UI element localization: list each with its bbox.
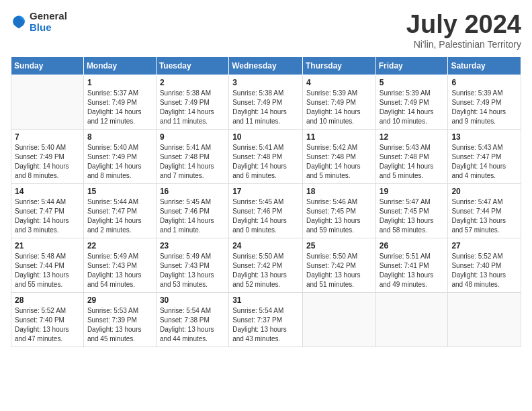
logo-general: General <box>30 11 67 22</box>
day-number: 28 <box>15 295 80 305</box>
calendar-header-friday: Friday <box>375 56 448 75</box>
day-number: 18 <box>306 187 372 196</box>
day-info: Sunrise: 5:45 AM Sunset: 7:46 PM Dayligh… <box>160 197 225 235</box>
day-info: Sunrise: 5:48 AM Sunset: 7:44 PM Dayligh… <box>15 252 80 289</box>
calendar-cell: 19Sunrise: 5:47 AM Sunset: 7:45 PM Dayli… <box>375 183 448 238</box>
calendar-cell: 25Sunrise: 5:50 AM Sunset: 7:42 PM Dayli… <box>302 238 375 292</box>
day-info: Sunrise: 5:50 AM Sunset: 7:42 PM Dayligh… <box>306 252 372 289</box>
calendar-cell: 3Sunrise: 5:38 AM Sunset: 7:49 PM Daylig… <box>229 75 303 129</box>
calendar-cell: 12Sunrise: 5:43 AM Sunset: 7:48 PM Dayli… <box>375 129 448 183</box>
day-number: 10 <box>232 132 299 142</box>
day-number: 1 <box>87 78 152 87</box>
logo: General Blue <box>11 11 67 33</box>
calendar-cell <box>448 292 521 347</box>
calendar-header-saturday: Saturday <box>448 56 521 75</box>
calendar-header-row: SundayMondayTuesdayWednesdayThursdayFrid… <box>11 56 521 75</box>
calendar-cell: 7Sunrise: 5:40 AM Sunset: 7:49 PM Daylig… <box>11 129 84 183</box>
day-info: Sunrise: 5:45 AM Sunset: 7:46 PM Dayligh… <box>232 197 299 235</box>
calendar-header-wednesday: Wednesday <box>229 56 303 75</box>
day-info: Sunrise: 5:43 AM Sunset: 7:48 PM Dayligh… <box>380 143 445 181</box>
day-number: 30 <box>160 295 225 305</box>
calendar-cell: 21Sunrise: 5:48 AM Sunset: 7:44 PM Dayli… <box>11 238 84 292</box>
day-info: Sunrise: 5:41 AM Sunset: 7:48 PM Dayligh… <box>232 143 299 181</box>
calendar-header-sunday: Sunday <box>11 56 84 75</box>
calendar-cell: 16Sunrise: 5:45 AM Sunset: 7:46 PM Dayli… <box>156 183 228 238</box>
calendar-week-row: 1Sunrise: 5:37 AM Sunset: 7:49 PM Daylig… <box>11 75 521 129</box>
day-info: Sunrise: 5:38 AM Sunset: 7:49 PM Dayligh… <box>232 89 299 126</box>
calendar-cell: 6Sunrise: 5:39 AM Sunset: 7:49 PM Daylig… <box>448 75 521 129</box>
day-number: 29 <box>87 295 152 305</box>
day-number: 11 <box>306 132 372 142</box>
day-info: Sunrise: 5:47 AM Sunset: 7:45 PM Dayligh… <box>380 197 445 235</box>
calendar-cell: 18Sunrise: 5:46 AM Sunset: 7:45 PM Dayli… <box>302 183 375 238</box>
calendar-week-row: 14Sunrise: 5:44 AM Sunset: 7:47 PM Dayli… <box>11 183 521 238</box>
day-info: Sunrise: 5:46 AM Sunset: 7:45 PM Dayligh… <box>306 197 372 235</box>
day-number: 16 <box>160 187 225 196</box>
main-title: July 2024 <box>406 11 521 39</box>
calendar-cell: 5Sunrise: 5:39 AM Sunset: 7:49 PM Daylig… <box>375 75 448 129</box>
day-number: 8 <box>87 132 152 142</box>
day-info: Sunrise: 5:53 AM Sunset: 7:39 PM Dayligh… <box>87 306 152 344</box>
calendar-cell: 28Sunrise: 5:52 AM Sunset: 7:40 PM Dayli… <box>11 292 84 347</box>
calendar-cell: 29Sunrise: 5:53 AM Sunset: 7:39 PM Dayli… <box>83 292 156 347</box>
day-info: Sunrise: 5:39 AM Sunset: 7:49 PM Dayligh… <box>451 89 517 126</box>
day-number: 7 <box>15 132 80 142</box>
calendar-week-row: 21Sunrise: 5:48 AM Sunset: 7:44 PM Dayli… <box>11 238 521 292</box>
calendar-cell: 24Sunrise: 5:50 AM Sunset: 7:42 PM Dayli… <box>229 238 303 292</box>
day-number: 24 <box>232 241 299 250</box>
day-number: 3 <box>232 78 299 87</box>
calendar-cell: 22Sunrise: 5:49 AM Sunset: 7:43 PM Dayli… <box>83 238 156 292</box>
day-number: 23 <box>160 241 225 250</box>
calendar-cell: 17Sunrise: 5:45 AM Sunset: 7:46 PM Dayli… <box>229 183 303 238</box>
calendar-week-row: 7Sunrise: 5:40 AM Sunset: 7:49 PM Daylig… <box>11 129 521 183</box>
day-number: 17 <box>232 187 299 196</box>
day-info: Sunrise: 5:43 AM Sunset: 7:47 PM Dayligh… <box>451 143 517 181</box>
calendar-cell: 23Sunrise: 5:49 AM Sunset: 7:43 PM Dayli… <box>156 238 228 292</box>
subtitle: Ni'lin, Palestinian Territory <box>406 39 521 50</box>
calendar-week-row: 28Sunrise: 5:52 AM Sunset: 7:40 PM Dayli… <box>11 292 521 347</box>
calendar-cell <box>302 292 375 347</box>
calendar-cell: 14Sunrise: 5:44 AM Sunset: 7:47 PM Dayli… <box>11 183 84 238</box>
calendar-cell: 2Sunrise: 5:38 AM Sunset: 7:49 PM Daylig… <box>156 75 228 129</box>
calendar-header-tuesday: Tuesday <box>156 56 228 75</box>
day-number: 20 <box>451 187 517 196</box>
day-info: Sunrise: 5:50 AM Sunset: 7:42 PM Dayligh… <box>232 252 299 289</box>
day-info: Sunrise: 5:51 AM Sunset: 7:41 PM Dayligh… <box>380 252 445 289</box>
calendar-cell: 20Sunrise: 5:47 AM Sunset: 7:44 PM Dayli… <box>448 183 521 238</box>
day-number: 4 <box>306 78 372 87</box>
day-number: 15 <box>87 187 152 196</box>
day-number: 27 <box>451 241 517 250</box>
day-info: Sunrise: 5:44 AM Sunset: 7:47 PM Dayligh… <box>15 197 80 235</box>
day-info: Sunrise: 5:42 AM Sunset: 7:48 PM Dayligh… <box>306 143 372 181</box>
calendar-cell: 1Sunrise: 5:37 AM Sunset: 7:49 PM Daylig… <box>83 75 156 129</box>
day-info: Sunrise: 5:52 AM Sunset: 7:40 PM Dayligh… <box>451 252 517 289</box>
day-number: 12 <box>380 132 445 142</box>
day-info: Sunrise: 5:54 AM Sunset: 7:37 PM Dayligh… <box>232 306 299 344</box>
day-info: Sunrise: 5:41 AM Sunset: 7:48 PM Dayligh… <box>160 143 225 181</box>
day-info: Sunrise: 5:38 AM Sunset: 7:49 PM Dayligh… <box>160 89 225 126</box>
day-info: Sunrise: 5:47 AM Sunset: 7:44 PM Dayligh… <box>451 197 517 235</box>
calendar-cell: 8Sunrise: 5:40 AM Sunset: 7:49 PM Daylig… <box>83 129 156 183</box>
day-info: Sunrise: 5:52 AM Sunset: 7:40 PM Dayligh… <box>15 306 80 344</box>
logo-blue: Blue <box>30 22 67 34</box>
calendar-cell: 4Sunrise: 5:39 AM Sunset: 7:49 PM Daylig… <box>302 75 375 129</box>
calendar-cell <box>375 292 448 347</box>
day-number: 22 <box>87 241 152 250</box>
calendar-cell <box>11 75 84 129</box>
day-number: 26 <box>380 241 445 250</box>
day-info: Sunrise: 5:49 AM Sunset: 7:43 PM Dayligh… <box>160 252 225 289</box>
day-number: 19 <box>380 187 445 196</box>
day-number: 13 <box>451 132 517 142</box>
calendar-header-thursday: Thursday <box>302 56 375 75</box>
calendar-header-monday: Monday <box>83 56 156 75</box>
logo-text: General Blue <box>30 11 67 33</box>
calendar-cell: 10Sunrise: 5:41 AM Sunset: 7:48 PM Dayli… <box>229 129 303 183</box>
day-info: Sunrise: 5:39 AM Sunset: 7:49 PM Dayligh… <box>380 89 445 126</box>
day-number: 14 <box>15 187 80 196</box>
day-info: Sunrise: 5:44 AM Sunset: 7:47 PM Dayligh… <box>87 197 152 235</box>
day-info: Sunrise: 5:37 AM Sunset: 7:49 PM Dayligh… <box>87 89 152 126</box>
calendar-cell: 26Sunrise: 5:51 AM Sunset: 7:41 PM Dayli… <box>375 238 448 292</box>
day-number: 9 <box>160 132 225 142</box>
day-number: 25 <box>306 241 372 250</box>
day-number: 5 <box>380 78 445 87</box>
